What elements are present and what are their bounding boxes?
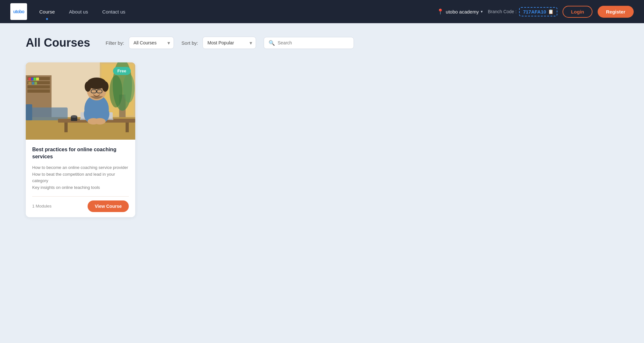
filter-section: Filter by: All Courses Free Paid Sort by… — [106, 37, 354, 49]
card-title: Best practices for online coaching servi… — [32, 146, 129, 161]
svg-rect-12 — [33, 78, 36, 80]
branch-code-box[interactable]: 717AFA10 📋 — [519, 7, 557, 16]
register-button[interactable]: Register — [598, 6, 634, 18]
svg-point-20 — [123, 74, 135, 103]
logo-box: utobo — [10, 3, 27, 20]
svg-rect-13 — [36, 78, 39, 80]
nav-course[interactable]: Course — [32, 0, 62, 23]
nav-about[interactable]: About us — [62, 0, 95, 23]
card-body: Best practices for online coaching servi… — [26, 140, 135, 217]
filter-label: Filter by: — [106, 40, 124, 46]
card-image-wrapper: Free — [26, 62, 135, 140]
branch-code-label: Branch Code : — [488, 9, 517, 14]
svg-point-32 — [102, 81, 109, 92]
svg-rect-14 — [28, 82, 32, 85]
search-box: 🔍 — [264, 37, 354, 49]
svg-point-19 — [109, 75, 122, 107]
svg-rect-9 — [27, 89, 50, 93]
filter-select[interactable]: All Courses Free Paid — [129, 37, 174, 49]
svg-rect-22 — [26, 104, 32, 120]
page-title: All Courses — [26, 36, 90, 50]
logo[interactable]: utobo — [10, 3, 27, 20]
course-card: Free Best practices for online coaching … — [26, 62, 135, 217]
sort-label: Sort by: — [182, 40, 198, 46]
nav-contact[interactable]: Contact us — [95, 0, 133, 23]
card-desc-line-2: How to beat the competition and lead in … — [32, 171, 129, 185]
svg-rect-8 — [27, 85, 50, 88]
courses-grid: Free Best practices for online coaching … — [26, 62, 618, 217]
navbar: utobo Course About us Contact us 📍 utobo… — [0, 0, 644, 23]
svg-rect-16 — [34, 82, 37, 85]
search-icon: 🔍 — [269, 40, 275, 46]
logo-text: utobo — [13, 9, 24, 14]
svg-rect-25 — [126, 123, 129, 132]
academy-name: utobo academy — [446, 9, 479, 14]
view-course-button[interactable]: View Course — [88, 200, 129, 212]
svg-rect-15 — [32, 82, 34, 85]
login-button[interactable]: Login — [563, 6, 592, 18]
svg-point-31 — [85, 81, 91, 92]
card-desc-line-3: Key insights on online teaching tools — [32, 184, 129, 191]
branch-code-value: 717AFA10 — [523, 9, 546, 14]
card-description: How to become an online coaching service… — [32, 164, 129, 191]
modules-count: 1 Modules — [32, 204, 52, 209]
chevron-down-icon: ▾ — [481, 9, 483, 14]
search-input[interactable] — [278, 40, 349, 45]
svg-rect-11 — [31, 78, 33, 80]
svg-rect-24 — [64, 123, 68, 132]
sort-select[interactable]: Most Popular Newest Price: Low to High P… — [203, 37, 256, 49]
location-icon: 📍 — [437, 8, 444, 15]
branch-code-section: Branch Code : 717AFA10 📋 — [488, 7, 557, 16]
svg-point-39 — [94, 118, 106, 125]
svg-rect-10 — [28, 78, 31, 80]
nav-links: Course About us Contact us — [32, 0, 132, 23]
filter-select-wrapper: All Courses Free Paid — [129, 37, 174, 49]
card-divider — [32, 196, 129, 197]
card-footer: 1 Modules View Course — [32, 200, 129, 212]
navbar-right: 📍 utobo academy ▾ Branch Code : 717AFA10… — [437, 6, 634, 18]
academy-selector[interactable]: 📍 utobo academy ▾ — [437, 8, 483, 15]
free-badge: Free — [113, 67, 131, 75]
card-desc-line-1: How to become an online coaching service… — [32, 164, 129, 171]
svg-point-41 — [71, 115, 77, 118]
copy-icon: 📋 — [548, 9, 554, 14]
sort-select-wrapper: Most Popular Newest Price: Low to High P… — [203, 37, 256, 49]
main-content: All Courses Filter by: All Courses Free … — [0, 23, 644, 230]
page-header: All Courses Filter by: All Courses Free … — [26, 36, 618, 50]
